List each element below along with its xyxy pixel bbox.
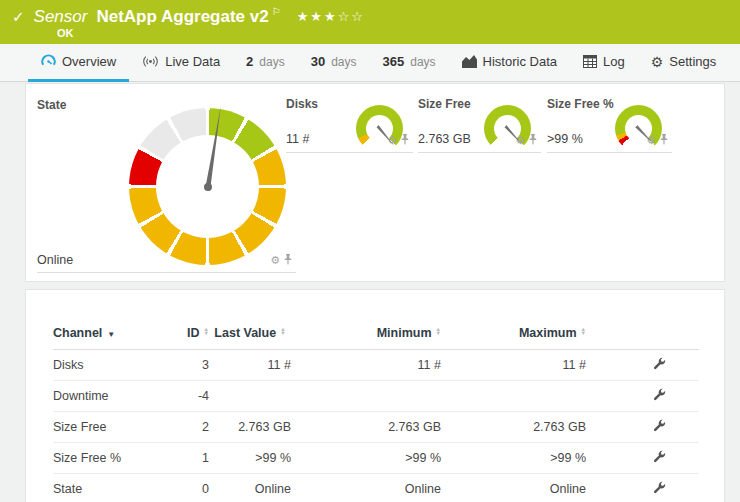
- overview-gauges-panel: State Online ⚙ Disks 11 # ⚙ Size Free 2.…: [25, 83, 725, 282]
- tab-unit: days: [259, 55, 284, 69]
- sensor-status-badge: OK: [57, 27, 74, 39]
- log-table-icon: [583, 55, 597, 68]
- tab-label: Historic Data: [483, 54, 557, 69]
- table-row[interactable]: Downtime -4: [53, 381, 699, 412]
- sort-icon: ▲▼: [280, 327, 285, 336]
- column-header-maximum[interactable]: Maximum▲▼: [441, 316, 586, 350]
- last-value-cell: [209, 381, 291, 412]
- gauge-value: 11 #: [286, 132, 309, 146]
- edit-channel-wrench-icon[interactable]: [653, 357, 666, 370]
- edit-channel-wrench-icon[interactable]: [653, 450, 666, 463]
- channel-id-cell: 2: [153, 412, 209, 443]
- gauge-needle: [203, 105, 225, 193]
- channel-name-cell: State: [53, 474, 153, 502]
- pin-icon[interactable]: [660, 131, 668, 149]
- maximum-cell: 11 #: [441, 350, 586, 381]
- sort-desc-icon: ▼: [107, 330, 115, 339]
- gauge-value: Online: [37, 253, 73, 267]
- gauge-value: 2.763 GB: [418, 132, 471, 146]
- tab-settings[interactable]: ⚙ Settings: [638, 44, 730, 82]
- tab-live-data[interactable]: Live Data: [129, 44, 233, 82]
- channels-table: Channel▼ ID▲▼ Last Value▲▼ Minimum▲▼ Max…: [53, 316, 699, 502]
- minimum-cell: 2.763 GB: [291, 412, 441, 443]
- gear-icon: ⚙: [651, 54, 664, 70]
- table-row[interactable]: State 0 Online Online Online: [53, 474, 699, 502]
- tab-overview[interactable]: Overview: [28, 44, 129, 82]
- sensor-title: NetApp Aggregate v2: [96, 7, 268, 27]
- tab-historic-data[interactable]: Historic Data: [449, 44, 570, 82]
- tab-2-days[interactable]: 2 days: [233, 44, 298, 82]
- edit-channel-wrench-icon[interactable]: [653, 419, 666, 432]
- table-row[interactable]: Disks 3 11 # 11 # 11 #: [53, 350, 699, 381]
- channel-id-cell: 0: [153, 474, 209, 502]
- maximum-cell: 2.763 GB: [441, 412, 586, 443]
- sort-icon: ▲▼: [581, 327, 586, 336]
- column-header-minimum[interactable]: Minimum▲▼: [291, 316, 441, 350]
- column-header-id[interactable]: ID▲▼: [153, 316, 209, 350]
- channel-name-cell: Downtime: [53, 381, 153, 412]
- column-header-channel[interactable]: Channel▼: [53, 316, 153, 350]
- tab-bar: Overview Live Data 2 days 30 days 365 da…: [0, 44, 740, 82]
- gauge-title: Size Free: [418, 97, 471, 111]
- state-gauge[interactable]: [129, 108, 286, 265]
- gauge-title: Size Free %: [547, 97, 614, 111]
- tab-label: Log: [603, 54, 625, 69]
- maximum-cell: Online: [441, 474, 586, 502]
- priority-stars[interactable]: ★★★☆☆: [297, 9, 365, 25]
- channel-id-cell: 3: [153, 350, 209, 381]
- minimum-cell: [291, 381, 441, 412]
- sort-icon: ▲▼: [204, 327, 209, 336]
- object-kind-label: Sensor: [34, 7, 88, 27]
- channel-settings-gear-icon[interactable]: ⚙: [270, 255, 280, 266]
- gauge-icon: [41, 54, 56, 69]
- last-value-cell: 11 #: [209, 350, 291, 381]
- edit-channel-wrench-icon[interactable]: [653, 388, 666, 401]
- state-gauge-block: State Online ⚙: [37, 98, 296, 273]
- tab-unit: days: [331, 55, 356, 69]
- minimum-cell: >99 %: [291, 443, 441, 474]
- flag-icon[interactable]: ⚐: [272, 6, 281, 18]
- disks-gauge-block: Disks 11 # ⚙: [286, 94, 413, 153]
- tab-log[interactable]: Log: [570, 44, 638, 82]
- last-value-cell: >99 %: [209, 443, 291, 474]
- channel-id-cell: -4: [153, 381, 209, 412]
- table-row[interactable]: Size Free 2 2.763 GB 2.763 GB 2.763 GB: [53, 412, 699, 443]
- broadcast-icon: [142, 55, 159, 68]
- status-check-icon: ✓: [12, 7, 25, 27]
- column-header-actions: [586, 316, 699, 350]
- stars-filled[interactable]: ★★★: [297, 9, 338, 24]
- tab-label: Live Data: [165, 54, 220, 69]
- table-row[interactable]: Size Free % 1 >99 % >99 % >99 %: [53, 443, 699, 474]
- tab-365-days[interactable]: 365 days: [370, 44, 449, 82]
- sensor-header: ✓ Sensor NetApp Aggregate v2 ⚐ ★★★☆☆ OK: [0, 0, 740, 44]
- pin-icon[interactable]: [401, 131, 409, 149]
- tab-number: 2: [246, 54, 253, 69]
- maximum-cell: [441, 381, 586, 412]
- sort-icon: ▲▼: [436, 327, 441, 336]
- area-chart-icon: [462, 55, 477, 68]
- column-header-last-value[interactable]: Last Value▲▼: [209, 316, 291, 350]
- tab-label: Overview: [62, 54, 116, 69]
- tab-30-days[interactable]: 30 days: [298, 44, 370, 82]
- size-free-gauge-block: Size Free 2.763 GB ⚙: [418, 94, 541, 153]
- table-header-row: Channel▼ ID▲▼ Last Value▲▼ Minimum▲▼ Max…: [53, 316, 699, 350]
- pin-icon[interactable]: [284, 251, 292, 269]
- minimum-cell: Online: [291, 474, 441, 502]
- channel-name-cell: Size Free %: [53, 443, 153, 474]
- gauge-needle-hub: [204, 183, 212, 191]
- channel-name-cell: Size Free: [53, 412, 153, 443]
- gauge-title: Disks: [286, 97, 318, 111]
- tab-unit: days: [410, 55, 435, 69]
- tab-label: Settings: [669, 54, 716, 69]
- tab-number: 30: [311, 54, 325, 69]
- minimum-cell: 11 #: [291, 350, 441, 381]
- tab-number: 365: [383, 54, 405, 69]
- last-value-cell: Online: [209, 474, 291, 502]
- channel-name-cell: Disks: [53, 350, 153, 381]
- edit-channel-wrench-icon[interactable]: [653, 481, 666, 494]
- stars-empty[interactable]: ☆☆: [338, 9, 365, 24]
- pin-icon[interactable]: [529, 131, 537, 149]
- gauge-value: >99 %: [547, 132, 583, 146]
- gauge-title: State: [37, 98, 66, 112]
- last-value-cell: 2.763 GB: [209, 412, 291, 443]
